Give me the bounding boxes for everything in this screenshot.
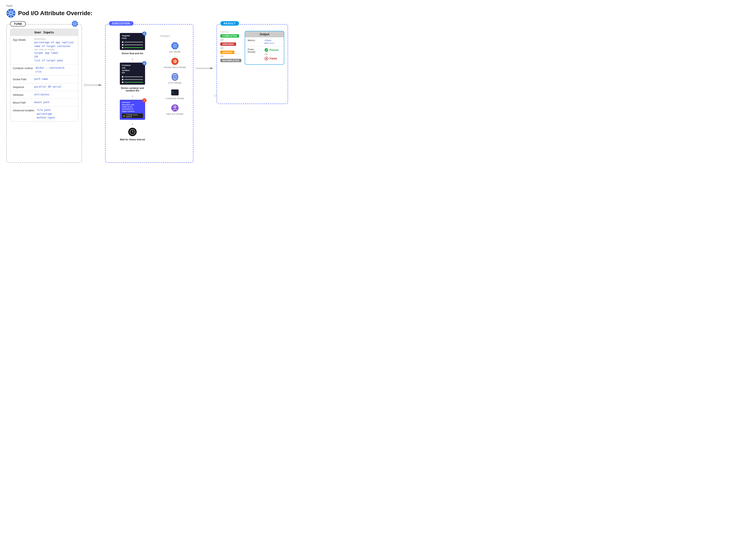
srm-probe-label: SRM SLO PROBE [166, 113, 183, 115]
derive-container-label: Derive container andsandbox IDs [121, 87, 144, 92]
metrics-label: Metrics [248, 39, 260, 41]
k8s-probe-label: K8S PROBE [169, 51, 181, 53]
advanced-tunables-row: Advanced tunables file path percentage m… [10, 106, 78, 121]
svg-point-62 [174, 106, 175, 107]
down-arrow-1: ↓ [132, 57, 134, 60]
arrow-result-svg [198, 66, 215, 70]
intercepts-card: ⚡ Interceptsfilesystem callsinside mount… [120, 100, 145, 120]
container-runtime-row: Container runtime docker , containerd cr… [10, 64, 78, 75]
advanced-tunables-label: Advanced tunables [13, 109, 34, 112]
socket-path-row: Socket Path path name [10, 75, 78, 83]
advanced-tunables-values: file path percentage method types [37, 109, 75, 119]
attributes-label: Attributes [13, 93, 32, 96]
targeted-pods-lines [122, 41, 143, 48]
privilege-label: Privilege access required [126, 114, 142, 117]
any-one-label: ANY ONE OF THESE [34, 48, 75, 51]
arrow-execution-result [193, 66, 217, 70]
app-replicas-val: percentage of app replicas [34, 41, 75, 44]
parallel-serial-val: parallel OR serial [34, 85, 75, 88]
sequence-values: parallel OR serial [34, 85, 75, 88]
k8s-probe-item: K8S PROBE [160, 39, 190, 55]
output-box: Output Metrics chaos metrics ProbeResult… [245, 31, 284, 65]
or-text-1: OR [34, 55, 75, 58]
passed-row: Passed [264, 48, 278, 52]
status-badges: COMPLETED OR ERRORED OR QUEUED OR INCOMP… [220, 34, 241, 62]
target-app-label-val: target app label [34, 51, 75, 54]
mount-path-label: Mount Path [13, 101, 32, 104]
status-section-label: STATUS [220, 31, 241, 33]
metrics-value: chaos metrics [264, 39, 281, 44]
status-column: STATUS COMPLETED OR ERRORED OR QUEUED OR… [220, 31, 241, 65]
execution-section: EXECUTION [105, 24, 193, 163]
command-probe-icon: >_ [171, 88, 179, 97]
app-details-row: App Details REQUIRED percentage of app r… [10, 36, 78, 64]
output-header: Output [245, 31, 284, 37]
app-details-values: REQUIRED percentage of app replicas name… [34, 38, 75, 62]
tune-section: TUNE User Inputs App Details [6, 24, 82, 163]
tune-helm-icon [71, 20, 78, 28]
attributes-val: attributes [34, 93, 75, 96]
result-circle-connector [215, 94, 217, 97]
command-probe-label: COMMAND PROBE [166, 98, 184, 100]
svg-marker-64 [210, 67, 213, 69]
targeted-pods-helm-badge [142, 31, 147, 37]
privilege-badge: 🔒 Privilege access required [122, 114, 143, 118]
passed-label: Passed [269, 48, 278, 51]
sequence-row: Sequence parallel OR serial [10, 83, 78, 91]
target-container-val: name of target container [34, 45, 75, 48]
user-inputs-box: User Inputs App Details REQUIRED percent… [10, 29, 78, 121]
target-pods-val: list of target pods [34, 59, 75, 62]
prometheus-probe-icon: ⬡ [171, 57, 179, 65]
errored-badge: ERRORED [220, 42, 236, 46]
percentage-val: percentage [37, 113, 75, 115]
queued-badge: QUEUED [220, 51, 235, 54]
down-arrow-3: ↓ [132, 122, 134, 125]
required-label: REQUIRED [34, 38, 75, 40]
svg-text:>_: >_ [172, 91, 175, 94]
main-diagram: TUNE User Inputs App Details [6, 24, 372, 163]
svg-point-52 [174, 61, 176, 62]
prometheus-probe-label: PROMETHEUS PROBE [164, 66, 186, 68]
socket-path-values: path name [34, 78, 75, 80]
clock-icon [128, 128, 137, 136]
srm-probe-item: SRM SLO PROBE [160, 102, 190, 117]
or-1: OR [220, 39, 241, 41]
intercepts-badge: ⚡ [142, 98, 147, 103]
probe-result-values: Passed OR Failed [264, 48, 278, 60]
intercepts-title: Interceptsfilesystem callsinside mountna… [122, 102, 143, 113]
probe-results-row: ProbeResults Passed OR [245, 46, 284, 62]
failed-row: Failed [264, 57, 278, 60]
execution-label: EXECUTION [109, 21, 134, 26]
prometheus-probe-item: ⬡ PROMETHEUS PROBE [160, 55, 190, 71]
result-section: RESULT STATUS COMPLETED OR ERRORED OR QU… [217, 24, 288, 104]
or-3: OR [220, 55, 241, 57]
user-inputs-header: User Inputs [10, 29, 78, 36]
http-probe-item: HTTP PROBE [160, 71, 190, 86]
mount-path-val: mount path [34, 101, 75, 104]
probes-section: PROBES [156, 29, 190, 141]
container-sandbox-helm-badge [142, 61, 147, 66]
circle-connector [196, 67, 198, 69]
exec-steps: TargetedPods [109, 29, 156, 141]
svg-marker-21 [99, 84, 102, 86]
method-types-val: method types [37, 116, 75, 119]
targeted-pods-card: TargetedPods [120, 33, 145, 50]
metrics-row: Metrics chaos metrics [245, 37, 284, 46]
svg-point-65 [265, 48, 268, 52]
arrow-tune-execution [82, 83, 105, 87]
page-title: Pod I/O Attribute Override: [18, 10, 92, 17]
path-name-val: path name [34, 78, 75, 80]
completed-badge: COMPLETED [220, 34, 239, 38]
helm-icon [6, 9, 16, 18]
or-probe: OR [264, 53, 278, 55]
probes-label: PROBES [160, 35, 190, 38]
fault-label: Fault [6, 4, 372, 7]
or-2: OR [220, 47, 241, 49]
probe-results-label: ProbeResults [248, 48, 260, 53]
file-path-val: file path [37, 109, 75, 112]
exec-flow: TargetedPods [109, 29, 190, 141]
derive-pod-list-label: Derive final pod list [122, 52, 143, 55]
passed-check-icon [264, 48, 268, 52]
svg-text:⚡: ⚡ [143, 99, 146, 102]
docker-val: docker , containerd [35, 66, 75, 69]
